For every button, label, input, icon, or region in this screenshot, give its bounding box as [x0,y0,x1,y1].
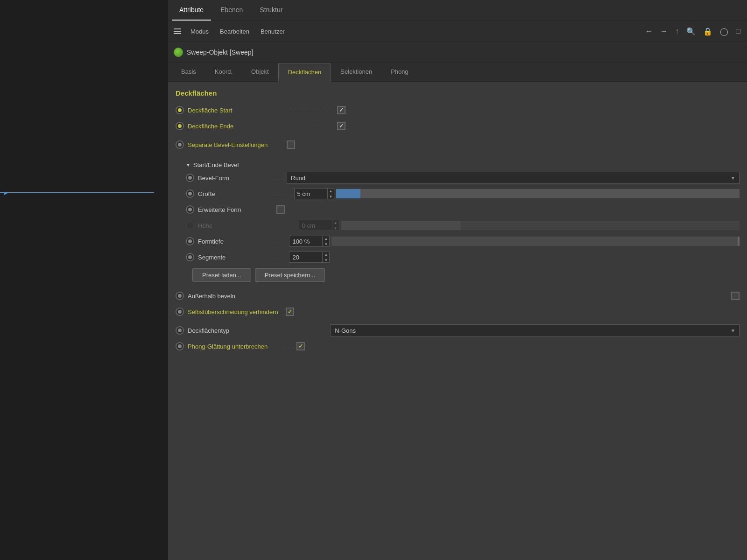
checkbox-erweiterte-form[interactable] [276,205,285,214]
toolbar-icons: ← → ↑ 🔍 🔒 ◯ □ [644,26,741,37]
segmente-spinner[interactable]: ▲ ▼ [322,252,329,263]
sub-tab-phong[interactable]: Phong [381,63,418,81]
section-title-deckflaechen: Deckflächen [176,89,740,97]
forward-arrow-icon[interactable]: → [659,26,669,36]
sub-tab-koord[interactable]: Koord. [205,63,242,81]
checkbox-selbstueberschneidung[interactable] [286,308,294,316]
dropdown-bevel-form-arrow: ▼ [731,175,735,181]
lock-icon[interactable]: 🔒 [702,26,713,37]
benutzer-button[interactable]: Benutzer [259,26,287,37]
segmente-down-arrow[interactable]: ▼ [323,257,329,263]
back-arrow-icon[interactable]: ← [644,26,654,36]
label-erweiterte-form: Erweiterte Form [198,206,273,213]
search-icon[interactable]: 🔍 [685,26,697,37]
prop-row-deckflaeche-ende: Deckfläche Ende . . . . . . . . . . [176,119,740,133]
dropdown-deckflaechentyp[interactable]: N-Gons ▼ [331,324,740,336]
input-hoehe: ▲ ▼ [299,220,339,231]
checkbox-deckflaeche-start[interactable] [337,106,345,114]
label-deckflaeche-start: Deckfläche Start [188,107,281,114]
groesse-down-arrow[interactable]: ▼ [328,194,334,199]
top-tabs-bar: Attribute Ebenen Struktur [168,0,747,21]
hoehe-input-field [299,221,332,230]
prop-row-hoehe: Höhe . . . . . . ▲ ▼ [186,219,740,232]
prop-row-formtiefe: Formtiefe . . . . ▲ ▼ [186,235,740,248]
prop-row-deckflaechentyp: Deckflächentyp . . . . . . . . . . . N-G… [176,324,740,337]
groesse-slider-fill [336,189,360,198]
radio-segmente[interactable] [186,253,194,261]
add-icon[interactable]: □ [735,26,741,36]
sub-tab-objekt[interactable]: Objekt [242,63,278,81]
formtiefe-slider[interactable] [331,237,740,246]
radio-ausserhalb-beveln[interactable] [176,292,184,300]
radio-groesse[interactable] [186,189,194,198]
hoehe-up-arrow: ▲ [332,220,339,225]
groesse-slider[interactable] [336,189,740,198]
segmente-input-field[interactable] [289,253,322,262]
formtiefe-input-field[interactable] [289,237,322,246]
dots-deckflaeche-ende: . . . . . . . . . . [281,120,337,132]
right-panel: Attribute Ebenen Struktur Modus Bearbeit… [168,0,747,560]
tab-attribute[interactable]: Attribute [172,0,211,21]
dots-deckflaeche-start: . . . . . . . . . . [281,105,337,116]
preset-buttons-row: Preset laden... Preset speichern... [192,268,740,282]
viewport: ▶ [0,0,168,560]
preset-laden-button[interactable]: Preset laden... [192,268,251,282]
radio-deckflaeche-ende[interactable] [176,122,184,130]
tab-ebenen[interactable]: Ebenen [213,0,250,21]
segmente-up-arrow[interactable]: ▲ [323,252,329,257]
prop-row-erweiterte-form: Erweiterte Form [186,203,740,216]
sub-tab-basis[interactable]: Basis [172,63,205,81]
prop-row-deckflaeche-start: Deckfläche Start . . . . . . . . . . [176,104,740,117]
tab-struktur[interactable]: Struktur [252,0,290,21]
input-formtiefe[interactable]: ▲ ▼ [289,236,330,247]
modus-button[interactable]: Modus [189,26,211,37]
up-arrow-icon[interactable]: ↑ [674,26,680,36]
groesse-up-arrow[interactable]: ▲ [328,188,334,194]
radio-deckflaechentyp[interactable] [176,326,184,335]
label-bevel-form: Bevel-Form [198,175,273,182]
blue-line [0,192,154,193]
prop-row-selbstueberschneidung: Selbstüberschneidung verhindern [176,305,740,318]
formtiefe-slider-fill [331,237,731,246]
dots-bevel-form: . . . [273,175,287,181]
radio-deckflaeche-start[interactable] [176,106,184,114]
groesse-input-field[interactable] [295,189,327,198]
dots-phong-glaettung: . . . [283,343,295,349]
radio-phong-glaettung[interactable] [176,342,184,350]
dropdown-bevel-form[interactable]: Rund ▼ [287,172,740,184]
formtiefe-spinner[interactable]: ▲ ▼ [322,236,329,247]
sub-tabs-bar: Basis Koord. Objekt Deckflächen Selektio… [168,63,747,82]
radio-erweiterte-form[interactable] [186,205,194,214]
checkbox-phong-glaettung[interactable] [296,342,305,350]
checkbox-deckflaeche-ende[interactable] [337,122,345,130]
preset-speichern-button[interactable]: Preset speichern... [255,268,325,282]
radio-formtiefe[interactable] [186,237,194,245]
subsection-start-ende-bevel[interactable]: ▼ Start/Ende Bevel [186,161,740,168]
label-phong-glaettung: Phong-Glättung unterbrechen [188,343,281,350]
label-separate-bevel: Separate Bevel-Einstellungen [188,141,281,148]
sweep-object-icon [174,48,183,57]
label-deckflaechentyp: Deckflächentyp [188,327,281,334]
dots-segmente: . . . . [273,254,289,260]
hamburger-menu-icon[interactable] [174,28,181,34]
input-groesse[interactable]: ▲ ▼ [294,188,335,199]
dots-hoehe: . . . . . . [273,223,299,228]
blue-arrow-indicator: ▶ [4,190,7,196]
checkbox-ausserhalb-beveln[interactable] [731,292,740,300]
radio-bevel-form[interactable] [186,174,194,182]
checkbox-separate-bevel[interactable] [287,140,295,149]
formtiefe-up-arrow[interactable]: ▲ [323,236,329,241]
groesse-spinner[interactable]: ▲ ▼ [327,188,334,199]
formtiefe-slider-thumb [738,237,740,246]
sub-tab-selektionen[interactable]: Selektionen [331,63,381,81]
sub-tab-deckflaechen[interactable]: Deckflächen [278,63,331,82]
settings-icon[interactable]: ◯ [719,26,729,37]
label-segmente: Segmente [198,254,273,261]
radio-separate-bevel[interactable] [176,140,184,149]
input-segmente[interactable]: ▲ ▼ [289,252,330,263]
bearbeiten-button[interactable]: Bearbeiten [218,26,251,37]
dots-formtiefe: . . . . [273,238,289,244]
formtiefe-down-arrow[interactable]: ▼ [323,241,329,247]
radio-selbstueberschneidung[interactable] [176,308,184,316]
hoehe-slider-fill [341,221,461,230]
